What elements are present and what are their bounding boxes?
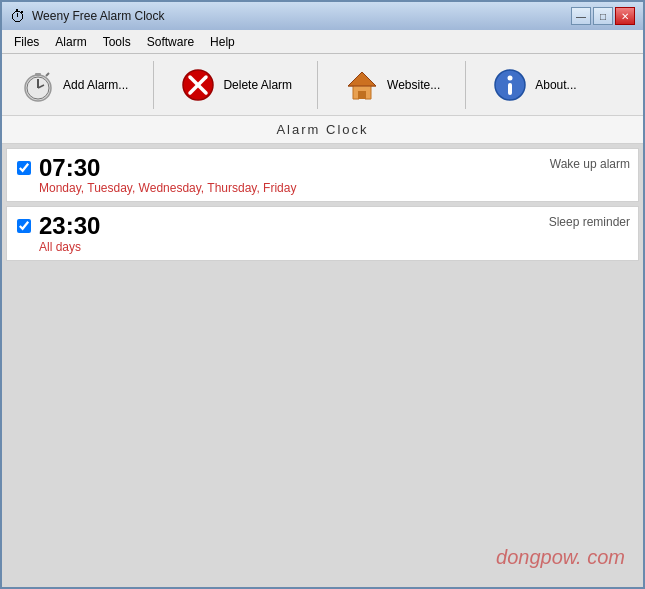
- toolbar-divider-2: [317, 61, 318, 109]
- info-icon: [491, 66, 529, 104]
- svg-marker-11: [348, 72, 376, 86]
- toolbar-divider-3: [465, 61, 466, 109]
- website-label: Website...: [387, 78, 440, 92]
- title-buttons: — □ ✕: [571, 7, 635, 25]
- menu-alarm[interactable]: Alarm: [47, 33, 94, 51]
- close-button[interactable]: ✕: [615, 7, 635, 25]
- alarm-2-content: 23:30 All days: [39, 213, 628, 253]
- svg-rect-14: [508, 83, 512, 95]
- about-button[interactable]: About...: [482, 61, 585, 109]
- menu-tools[interactable]: Tools: [95, 33, 139, 51]
- app-icon: ⏱: [10, 8, 26, 24]
- alarm-1-checkbox[interactable]: [17, 161, 31, 175]
- home-icon: [343, 66, 381, 104]
- svg-point-13: [508, 75, 513, 80]
- section-header: Alarm Clock: [2, 116, 643, 144]
- alarm-2-days: All days: [39, 240, 628, 254]
- about-label: About...: [535, 78, 576, 92]
- alarm-2-label: Sleep reminder: [549, 215, 630, 229]
- alarm-2-time: 23:30: [39, 213, 628, 239]
- menu-bar: Files Alarm Tools Software Help: [2, 30, 643, 54]
- svg-rect-10: [358, 91, 366, 99]
- alarm-1-label: Wake up alarm: [550, 157, 630, 171]
- menu-software[interactable]: Software: [139, 33, 202, 51]
- main-content: 07:30 Monday, Tuesday, Wednesday, Thursd…: [2, 144, 643, 587]
- alarm-1-time: 07:30: [39, 155, 628, 181]
- stopwatch-icon: [19, 66, 57, 104]
- title-bar: ⏱ Weeny Free Alarm Clock — □ ✕: [2, 2, 643, 30]
- add-alarm-button[interactable]: Add Alarm...: [10, 61, 137, 109]
- maximize-button[interactable]: □: [593, 7, 613, 25]
- svg-line-5: [46, 73, 49, 76]
- delete-alarm-label: Delete Alarm: [223, 78, 292, 92]
- svg-rect-4: [35, 73, 41, 76]
- menu-help[interactable]: Help: [202, 33, 243, 51]
- alarm-1-content: 07:30 Monday, Tuesday, Wednesday, Thursd…: [39, 155, 628, 195]
- window-title: Weeny Free Alarm Clock: [32, 9, 165, 23]
- toolbar-divider-1: [153, 61, 154, 109]
- menu-files[interactable]: Files: [6, 33, 47, 51]
- toolbar: Add Alarm... Delete Alarm: [2, 54, 643, 116]
- alarm-1-days: Monday, Tuesday, Wednesday, Thursday, Fr…: [39, 181, 628, 195]
- alarm-item: 07:30 Monday, Tuesday, Wednesday, Thursd…: [6, 148, 639, 202]
- alarm-item: 23:30 All days Sleep reminder: [6, 206, 639, 260]
- website-button[interactable]: Website...: [334, 61, 449, 109]
- delete-alarm-button[interactable]: Delete Alarm: [170, 61, 301, 109]
- main-window: ⏱ Weeny Free Alarm Clock — □ ✕ Files Ala…: [0, 0, 645, 589]
- minimize-button[interactable]: —: [571, 7, 591, 25]
- alarm-2-checkbox[interactable]: [17, 219, 31, 233]
- delete-icon: [179, 66, 217, 104]
- add-alarm-label: Add Alarm...: [63, 78, 128, 92]
